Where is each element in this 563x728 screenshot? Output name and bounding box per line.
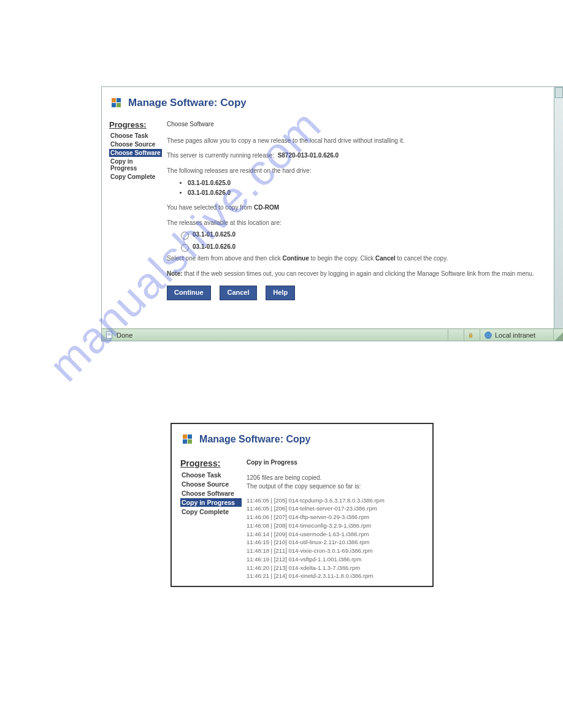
release-option-label[interactable]: 03.1-01.0.625.0: [193, 230, 236, 240]
continue-button[interactable]: Continue: [167, 286, 211, 300]
status-done-label: Done: [117, 332, 132, 339]
progress-sidebar: Progress: Choose TaskChoose SourceChoose…: [109, 120, 162, 181]
page-title: Manage Software: Copy: [128, 97, 247, 109]
resident-line: The following releases are resident on t…: [167, 167, 548, 176]
page-title: Manage Software: Copy: [199, 434, 310, 445]
progress-step[interactable]: Copy in Progress: [180, 498, 242, 507]
available-line: The releases available at this location …: [167, 219, 548, 228]
progress-step[interactable]: Choose Software: [180, 489, 242, 498]
help-button[interactable]: Help: [266, 286, 295, 300]
intro-text: These pages allow you to copy a new rele…: [167, 137, 548, 146]
log-line: 11:46:14 | [209] 014-usermode-1.63-1.i38…: [247, 530, 425, 539]
release-radio[interactable]: [181, 232, 189, 240]
log-line: 11:48:18 | [211] 014-vixie-cron-3.0.1-69…: [247, 547, 425, 555]
section-title: Copy in Progress: [247, 458, 425, 468]
instruction-text: Select one item from above and then clic…: [167, 254, 548, 264]
resident-release-list: 03.1-01.0.625.003.1-01.0.626.0: [188, 179, 548, 197]
window-choose-software: Manage Software: Copy Progress: Choose T…: [101, 86, 563, 341]
log-line: 11:46:05 | [206] 014-telnet-server-017-2…: [247, 504, 425, 513]
log-line: 11:46:21 | [214] 014-xinetd-2.3.11-1.8.0…: [247, 572, 425, 580]
resident-release-item: 03.1-01.0.625.0: [188, 179, 548, 188]
progress-step[interactable]: Choose Source: [109, 140, 162, 148]
selected-source-line: You have selected to copy from CD-ROM: [167, 203, 548, 213]
svg-rect-2: [108, 335, 111, 335]
page-icon: [105, 331, 114, 339]
progress-step[interactable]: Choose Software: [109, 149, 162, 157]
progress-step[interactable]: Choose Source: [180, 480, 242, 488]
main-content: Choose Software These pages allow you to…: [162, 120, 548, 300]
app-logo-icon: [183, 434, 193, 444]
output-heading: The output of the copy sequence so far i…: [247, 482, 425, 491]
file-count-line: 1206 files are being copied.: [247, 474, 425, 483]
log-line: 11:46:20 | [213] 014-xdelta-1.1.3-7.i386…: [247, 564, 425, 572]
svg-rect-1: [108, 333, 111, 333]
cancel-button[interactable]: Cancel: [220, 286, 256, 300]
log-line: 11:46:06 | [207] 014-tftp-server-0.29-3.…: [247, 513, 425, 521]
svg-rect-3: [469, 335, 472, 337]
progress-heading: Progress:: [180, 458, 242, 468]
main-content: Copy in Progress 1206 files are being co…: [242, 458, 425, 580]
running-release-line: This server is currently running release…: [167, 151, 548, 161]
release-option-row: 03.1-01.0.626.0: [178, 242, 548, 252]
log-line: 11:46:05 | [205] 014-tcpdump-3.6.3.17.8.…: [247, 496, 425, 505]
progress-step[interactable]: Choose Task: [180, 471, 242, 479]
intranet-icon: [484, 331, 492, 339]
button-row: Continue Cancel Help: [167, 286, 548, 300]
status-zone-label: Local intranet: [495, 332, 535, 339]
progress-step[interactable]: Choose Task: [109, 132, 162, 140]
resize-grip-icon[interactable]: [554, 329, 563, 341]
log-line: 11:46:15 | [210] 014-util-linux-2.11r-10…: [247, 538, 425, 547]
progress-step[interactable]: Copy Complete: [109, 173, 162, 181]
status-bar: Done Local intranet: [102, 328, 563, 341]
release-option-row: 03.1-01.0.625.0: [178, 230, 548, 240]
scrollbar-thumb[interactable]: [555, 87, 563, 98]
progress-step[interactable]: Copy Complete: [180, 507, 242, 516]
log-line: 11:46:08 | [208] 014-timeconfig-3.2.9-1.…: [247, 521, 425, 530]
window-copy-progress: Manage Software: Copy Progress: Choose T…: [170, 423, 434, 587]
release-radio[interactable]: [181, 244, 189, 252]
note-text: Note: that if the web session times out,…: [167, 270, 548, 279]
copy-log-output: 11:46:05 | [205] 014-tcpdump-3.6.3.17.8.…: [247, 496, 425, 581]
release-option-label[interactable]: 03.1-01.0.626.0: [193, 243, 236, 252]
progress-heading: Progress:: [109, 120, 162, 129]
progress-step[interactable]: Copy in Progress: [109, 157, 162, 172]
section-title: Choose Software: [167, 120, 548, 129]
vertical-scrollbar[interactable]: [554, 87, 563, 330]
resident-release-item: 03.1-01.0.626.0: [188, 189, 548, 198]
progress-sidebar: Progress: Choose TaskChoose SourceChoose…: [180, 458, 242, 517]
log-line: 11:46:19 | [212] 014-vsftpd-1.1.001.i386…: [247, 555, 425, 564]
lock-icon: [468, 331, 473, 339]
app-logo-icon: [112, 98, 121, 108]
